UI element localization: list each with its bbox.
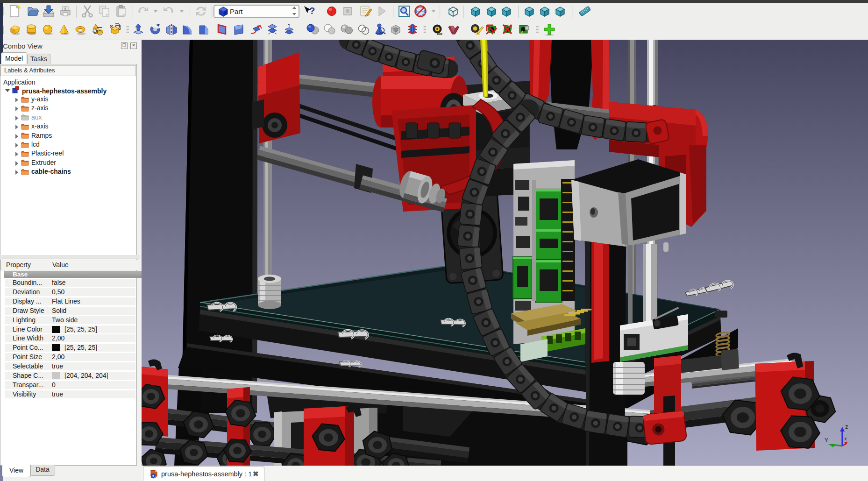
svg-text:?: ? bbox=[309, 6, 315, 16]
svg-text:Part: Part bbox=[230, 7, 243, 15]
svg-text:x: x bbox=[844, 436, 847, 441]
svg-text:z: z bbox=[845, 423, 848, 430]
svg-text:Y: Y bbox=[825, 437, 828, 444]
